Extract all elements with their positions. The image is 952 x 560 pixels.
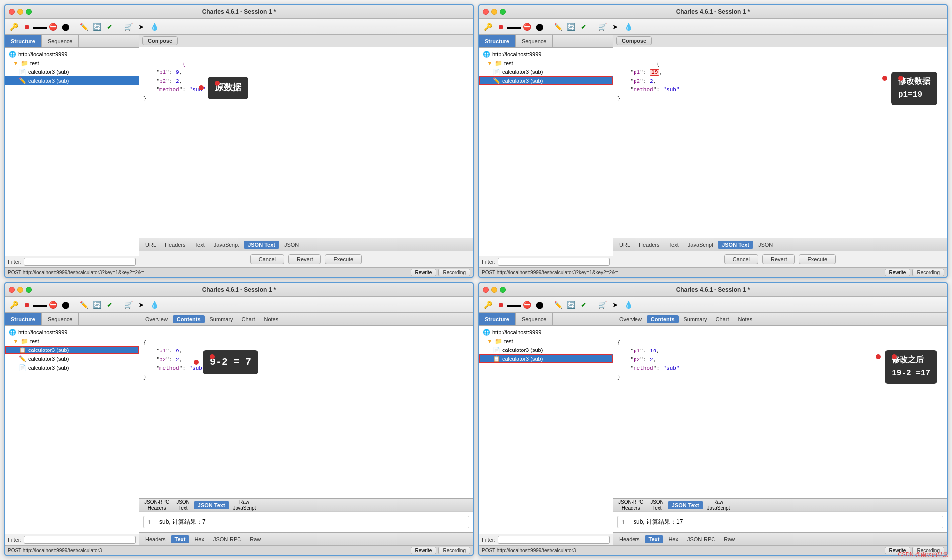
toolbar-icon-bl2[interactable]: ⏺: [22, 300, 32, 310]
lbtab-text-bl[interactable]: Text: [171, 535, 190, 543]
toolbar-icon-tr5[interactable]: ⬤: [535, 22, 545, 32]
tree-file2-br[interactable]: 📋 calculator3 (sub): [479, 354, 613, 363]
btab-text-tl[interactable]: Text: [191, 241, 209, 249]
ubtab-raw-br[interactable]: Raw JavaScript: [704, 499, 733, 512]
tree-file2-tl[interactable]: ✏️ calculator3 (sub): [5, 76, 139, 85]
lbtab-text-br[interactable]: Text: [645, 535, 664, 543]
toolbar-icon-bl6[interactable]: ✏️: [79, 300, 89, 310]
toolbar-icon-br5[interactable]: ⬤: [535, 300, 545, 310]
toolbar-icon-tr4[interactable]: ⛔: [522, 22, 532, 32]
btab-url-tl[interactable]: URL: [141, 241, 160, 249]
toolbar-icon-bl3[interactable]: ▬▬: [35, 300, 45, 310]
lbtab-raw-bl[interactable]: Raw: [246, 535, 265, 543]
filter-input-bl[interactable]: [24, 536, 136, 544]
recording-btn-tl[interactable]: Recording: [438, 269, 470, 276]
tree-file1-tl[interactable]: 📄 calculator3 (sub): [5, 68, 139, 76]
lbtab-raw-br[interactable]: Raw: [720, 535, 739, 543]
btab-jsontext-tl[interactable]: JSON Text: [244, 241, 279, 249]
execute-btn-tr[interactable]: Execute: [799, 254, 836, 264]
tab-sequence-tr[interactable]: Sequence: [516, 35, 553, 47]
ubtab-jsonrpc-bl[interactable]: JSON-RPC Headers: [141, 499, 172, 512]
tab-sequence-tl[interactable]: Sequence: [42, 35, 79, 47]
toolbar-icon-bl1[interactable]: 🔑: [9, 300, 19, 310]
filter-input-br[interactable]: [498, 536, 610, 544]
rewrite-btn-tl[interactable]: Rewrite: [411, 269, 437, 276]
tree-folder-tr[interactable]: ▼ 📁 test: [479, 59, 613, 68]
seg-notes-bl[interactable]: Notes: [260, 315, 282, 323]
close-btn-tr[interactable]: [483, 9, 489, 15]
lbtab-hex-bl[interactable]: Hex: [190, 535, 208, 543]
filter-input-tl[interactable]: [24, 258, 136, 266]
tree-file1-tr[interactable]: 📄 calculator3 (sub): [479, 68, 613, 76]
lbtab-hex-br[interactable]: Hex: [664, 535, 682, 543]
toolbar-icon-br7[interactable]: 🔄: [566, 300, 576, 310]
seg-summary-bl[interactable]: Summary: [206, 315, 237, 323]
toolbar-icon-bl5[interactable]: ⬤: [61, 300, 71, 310]
revert-btn-tl[interactable]: Revert: [288, 254, 321, 264]
tree-folder-bl[interactable]: ▼ 📁 test: [5, 337, 139, 346]
toolbar-icon-tr1[interactable]: 🔑: [483, 22, 493, 32]
tree-file2-bl[interactable]: ✏️ calculator3 (sub): [5, 354, 139, 363]
ubtab-json-br[interactable]: JSON Text: [647, 499, 667, 512]
toolbar-icon-1[interactable]: 🔑: [9, 22, 19, 32]
rewrite-btn-tr[interactable]: Rewrite: [885, 269, 911, 276]
close-btn-tl[interactable]: [9, 9, 15, 15]
btab-headers-tr[interactable]: Headers: [635, 241, 664, 249]
toolbar-icon-7[interactable]: 🔄: [92, 22, 102, 32]
lbtab-headers-br[interactable]: Headers: [615, 535, 644, 543]
tab-structure-tr[interactable]: Structure: [479, 35, 516, 47]
seg-notes-br[interactable]: Notes: [734, 315, 756, 323]
btab-json-tl[interactable]: JSON: [280, 241, 303, 249]
toolbar-icon-5[interactable]: ⬤: [61, 22, 71, 32]
ubtab-jsontext-br[interactable]: JSON Text: [668, 501, 703, 509]
lbtab-jsonrpc-br[interactable]: JSON-RPC: [683, 535, 719, 543]
toolbar-icon-9[interactable]: 🛒: [123, 22, 133, 32]
seg-contents-bl[interactable]: Contents: [173, 315, 205, 323]
tree-folder-tl[interactable]: ▼ 📁 test: [5, 59, 139, 68]
btab-js-tl[interactable]: JavaScript: [210, 241, 243, 249]
ubtab-jsonrpc-br[interactable]: JSON-RPC Headers: [615, 499, 646, 512]
ubtab-json-bl[interactable]: JSON Text: [173, 499, 193, 512]
toolbar-icon-tr2[interactable]: ⏺: [496, 22, 506, 32]
tree-host-tr[interactable]: 🌐 http://localhost:9999: [479, 50, 613, 59]
seg-chart-bl[interactable]: Chart: [238, 315, 259, 323]
tab-structure-bl[interactable]: Structure: [5, 313, 42, 325]
toolbar-icon-bl10[interactable]: ➤: [136, 300, 146, 310]
toolbar-icon-tr10[interactable]: ➤: [610, 22, 620, 32]
seg-chart-br[interactable]: Chart: [712, 315, 733, 323]
toolbar-icon-10[interactable]: ➤: [136, 22, 146, 32]
toolbar-icon-br3[interactable]: ▬▬: [509, 300, 519, 310]
toolbar-icon-bl9[interactable]: 🛒: [123, 300, 133, 310]
tree-host-bl[interactable]: 🌐 http://localhost:9999: [5, 328, 139, 337]
close-btn-bl[interactable]: [9, 287, 15, 293]
seg-overview-bl[interactable]: Overview: [141, 315, 172, 323]
tree-file2-tr[interactable]: ✏️ calculator3 (sub): [479, 76, 613, 85]
tree-folder-br[interactable]: ▼ 📁 test: [479, 337, 613, 346]
btab-js-tr[interactable]: JavaScript: [684, 241, 717, 249]
tab-structure-tl[interactable]: Structure: [5, 35, 42, 47]
tree-file3-bl[interactable]: 📄 calculator3 (sub): [5, 363, 139, 372]
toolbar-icon-br4[interactable]: ⛔: [522, 300, 532, 310]
lbtab-jsonrpc-bl[interactable]: JSON-RPC: [209, 535, 245, 543]
toolbar-icon-8[interactable]: ✔: [105, 22, 115, 32]
filter-input-tr[interactable]: [498, 258, 610, 266]
lbtab-headers-bl[interactable]: Headers: [141, 535, 170, 543]
maximize-btn-br[interactable]: [500, 287, 506, 293]
toolbar-icon-br11[interactable]: 💧: [623, 300, 633, 310]
ubtab-raw-bl[interactable]: Raw JavaScript: [230, 499, 259, 512]
toolbar-icon-tr6[interactable]: ✏️: [553, 22, 563, 32]
minimize-btn-bl[interactable]: [17, 287, 23, 293]
maximize-btn-bl[interactable]: [26, 287, 32, 293]
btab-url-tr[interactable]: URL: [615, 241, 634, 249]
toolbar-icon-tr11[interactable]: 💧: [623, 22, 633, 32]
toolbar-icon-br6[interactable]: ✏️: [553, 300, 563, 310]
maximize-btn-tr[interactable]: [500, 9, 506, 15]
ubtab-jsontext-bl[interactable]: JSON Text: [194, 501, 229, 509]
maximize-btn-tl[interactable]: [26, 9, 32, 15]
toolbar-icon-br8[interactable]: ✔: [579, 300, 589, 310]
seg-summary-br[interactable]: Summary: [680, 315, 711, 323]
toolbar-icon-3[interactable]: ▬▬: [35, 22, 45, 32]
tab-sequence-br[interactable]: Sequence: [516, 313, 553, 325]
minimize-btn-br[interactable]: [491, 287, 497, 293]
toolbar-icon-tr8[interactable]: ✔: [579, 22, 589, 32]
